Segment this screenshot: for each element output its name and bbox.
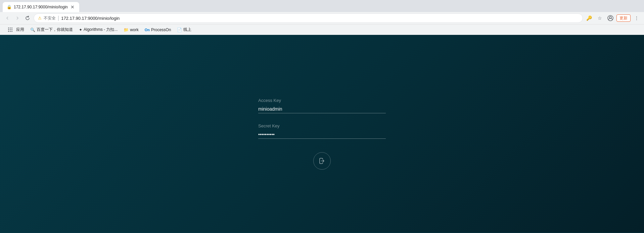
secret-key-group: Secret Key: [258, 123, 386, 139]
account-button[interactable]: [606, 13, 615, 23]
access-key-label: Access Key: [258, 98, 386, 103]
browser-toolbar: ⚠ 不安全 | 172.17.90.17:9000/minio/login 🔑 …: [0, 12, 644, 24]
secret-key-input[interactable]: [258, 130, 386, 139]
browser-actions: 🔑 ☆ 更新 ⋮: [584, 13, 641, 23]
baidu-icon: 🔍: [30, 27, 35, 32]
apps-bookmark[interactable]: 应用: [3, 24, 27, 36]
online-label: 线上: [183, 27, 191, 33]
online-bookmark[interactable]: 📄 线上: [174, 25, 194, 34]
algorithms-bookmark[interactable]: ✦ Algorithms - 力扣...: [76, 25, 120, 34]
reload-button[interactable]: [23, 13, 32, 23]
folder-icon: 📁: [124, 27, 129, 32]
baidu-label: 百度一下，你就知道: [37, 27, 73, 33]
online-icon: 📄: [177, 27, 182, 32]
access-key-group: Access Key: [258, 98, 386, 113]
forward-button[interactable]: [13, 13, 22, 23]
baidu-bookmark[interactable]: 🔍 百度一下，你就知道: [28, 25, 76, 34]
svg-point-1: [609, 16, 611, 18]
separator: |: [58, 15, 59, 21]
tab-title: 172.17.90.17:9000/minio/login: [14, 5, 68, 9]
page-content: Access Key Secret Key: [0, 35, 644, 233]
url-text: 172.17.90.17:9000/minio/login: [61, 16, 120, 21]
algorithms-label: Algorithms - 力扣...: [84, 27, 118, 33]
active-tab[interactable]: 🔒 172.17.90.17:9000/minio/login ✕: [3, 2, 79, 12]
tab-close-btn[interactable]: ✕: [70, 4, 75, 10]
apps-icon: [5, 25, 15, 35]
algorithms-icon: ✦: [79, 27, 82, 32]
apps-label: 应用: [16, 27, 24, 33]
insecure-label: 不安全: [44, 15, 56, 21]
menu-button[interactable]: ⋮: [632, 13, 641, 23]
login-container: Access Key Secret Key: [251, 84, 393, 183]
nav-buttons: [3, 13, 32, 23]
work-bookmark[interactable]: 📁 work: [121, 26, 141, 34]
processon-bookmark[interactable]: On ProcessOn: [142, 26, 174, 34]
key-icon-btn[interactable]: 🔑: [584, 13, 594, 23]
tab-favicon: 🔒: [7, 5, 12, 9]
update-button[interactable]: 更新: [616, 14, 631, 22]
processon-label: ProcessOn: [151, 27, 171, 32]
secret-key-label: Secret Key: [258, 123, 386, 128]
login-button[interactable]: [313, 152, 331, 170]
access-key-input[interactable]: [258, 105, 386, 113]
work-label: work: [130, 27, 138, 32]
back-button[interactable]: [3, 13, 12, 23]
address-bar[interactable]: ⚠ 不安全 | 172.17.90.17:9000/minio/login: [34, 13, 583, 23]
security-warning-icon: ⚠: [38, 16, 42, 20]
star-button[interactable]: ☆: [595, 13, 604, 23]
processon-icon: On: [145, 28, 150, 32]
bookmarks-bar: 应用 🔍 百度一下，你就知道 ✦ Algorithms - 力扣... 📁 wo…: [0, 24, 644, 35]
